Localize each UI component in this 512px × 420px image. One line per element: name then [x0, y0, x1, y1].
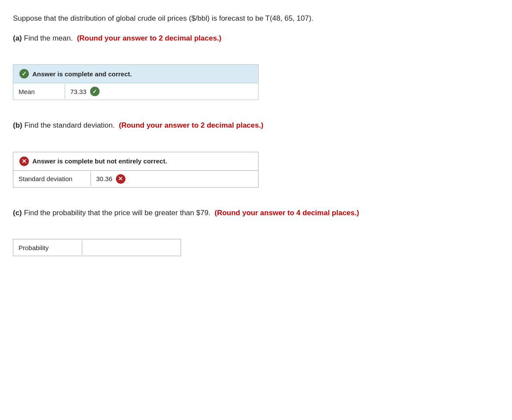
probability-label: Probability	[13, 241, 82, 255]
question-intro: Suppose that the distribution of global …	[13, 13, 499, 24]
std-dev-value-cell: 30.36 ✕	[91, 171, 143, 187]
mean-label: Mean	[13, 85, 65, 99]
part-c-question: (c) Find the probability that the price …	[13, 207, 499, 219]
part-a-round-note: (Round your answer to 2 decimal places.)	[77, 34, 221, 42]
part-a-answer-box: ✓ Answer is complete and correct. Mean 7…	[13, 64, 259, 100]
part-c-round-note: (Round your answer to 4 decimal places.)	[215, 209, 359, 217]
part-b-round-note: (Round your answer to 2 decimal places.)	[119, 121, 263, 129]
part-a-answer-header: ✓ Answer is complete and correct.	[13, 65, 258, 83]
part-a-answer-row: Mean 73.33 ✓	[13, 83, 258, 100]
part-c-section: (c) Find the probability that the price …	[13, 207, 499, 257]
x-icon-incorrect-b: ✕	[19, 157, 29, 166]
std-dev-value: 30.36	[96, 175, 112, 182]
mean-value: 73.33	[70, 88, 87, 95]
check-icon-correct-a: ✓	[19, 69, 29, 78]
part-a-answer-status: Answer is complete and correct.	[32, 70, 132, 78]
part-b-answer-status: Answer is complete but not entirely corr…	[32, 157, 167, 165]
part-c-label: (c)	[13, 209, 22, 217]
mean-value-cell: 73.33 ✓	[65, 83, 117, 100]
part-b-question: (b) Find the standard deviation. (Round …	[13, 120, 499, 131]
part-b-answer-row: Standard deviation 30.36 ✕	[13, 171, 258, 187]
part-c-probability-box: Probability	[13, 239, 181, 256]
check-icon-small-a: ✓	[90, 87, 100, 96]
part-b-section: (b) Find the standard deviation. (Round …	[13, 120, 499, 190]
part-a-label: (a)	[13, 34, 22, 42]
part-b-answer-box: ✕ Answer is complete but not entirely co…	[13, 152, 259, 188]
part-a-section: (a) Find the mean. (Round your answer to…	[13, 33, 499, 103]
part-a-question: (a) Find the mean. (Round your answer to…	[13, 33, 499, 44]
probability-input[interactable]	[82, 239, 160, 256]
x-icon-small-b: ✕	[116, 174, 125, 184]
part-b-answer-header: ✕ Answer is complete but not entirely co…	[13, 152, 258, 171]
std-dev-label: Standard deviation	[13, 172, 91, 186]
probability-row: Probability	[13, 239, 181, 256]
part-b-label: (b)	[13, 121, 22, 129]
